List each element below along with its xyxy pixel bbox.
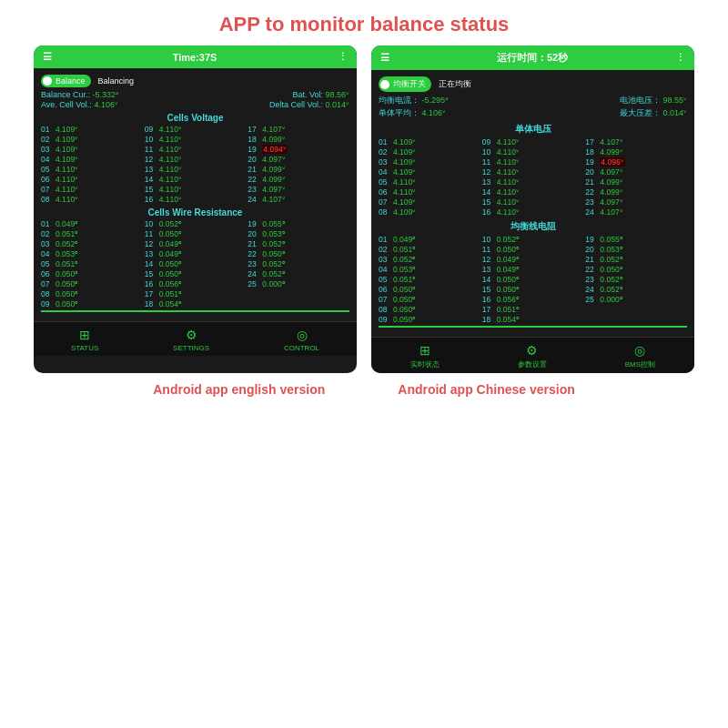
cell-voltage-row: 054.110ᵛ xyxy=(379,177,480,187)
resistance-row: 080.050ᵒ xyxy=(41,289,143,298)
cells-voltage-grid: 014.109ᵛ024.109ᵛ034.109ᵛ044.109ᵛ054.110ᵛ… xyxy=(379,137,687,217)
resistance-grid: 010.049ᵒ020.051ᵒ030.052ᵒ040.053ᵒ050.051ᵒ… xyxy=(41,219,349,308)
phones-container: ☰ Time:37S ⋮ Balance Balancing Balance C… xyxy=(0,46,728,373)
cell-voltage-row: 034.109ᵛ xyxy=(41,145,143,154)
stat-label-3: Delta Cell Vol.: 0.014ᵛ xyxy=(269,100,349,109)
cell-voltage-row: 094.110ᵛ xyxy=(145,125,247,134)
cell-voltage-row: 044.109ᵛ xyxy=(379,167,480,177)
resistance-row: 190.055ᵒ xyxy=(248,219,349,228)
resistance-title: 均衡线电阻 xyxy=(379,220,687,233)
menu-icon[interactable]: ☰ xyxy=(43,51,52,63)
resistance-row: 230.052ᵒ xyxy=(248,259,349,268)
cells-voltage-grid: 014.109ᵛ024.109ᵛ034.109ᵛ044.109ᵛ054.110ᵛ… xyxy=(41,125,349,204)
resistance-row: 030.052ᵒ xyxy=(379,255,480,264)
resistance-row: 250.000ᵒ xyxy=(248,279,349,288)
footer-item[interactable]: ◎CONTROL xyxy=(284,328,319,352)
footer-item[interactable]: ⊞STATUS xyxy=(71,328,98,352)
resistance-row: 200.053ᵒ xyxy=(248,229,349,238)
resistance-row: 200.053ᵒ xyxy=(585,245,687,254)
cell-voltage-row: 054.110ᵛ xyxy=(41,165,143,174)
footer-icon: ⚙ xyxy=(526,343,538,358)
resistance-row: 240.052ᵒ xyxy=(248,269,349,278)
cell-voltage-row: 164.110ᵛ xyxy=(145,195,247,204)
resistance-row: 130.049ᵒ xyxy=(145,249,247,258)
resistance-row: 070.050ᵒ xyxy=(41,279,143,288)
cell-voltage-row: 154.110ᵛ xyxy=(482,197,584,207)
cell-voltage-row: 124.110ᵛ xyxy=(145,155,247,164)
footer-icon: ◎ xyxy=(297,328,308,342)
dots-icon[interactable]: ⋮ xyxy=(675,52,685,64)
resistance-row: 150.050ᵒ xyxy=(145,269,247,278)
footer-item[interactable]: ⚙参数设置 xyxy=(518,343,547,369)
footer-label: BMS控制 xyxy=(625,359,655,369)
cell-voltage-row: 094.110ᵛ xyxy=(482,137,584,147)
toggle-row: Balance Balancing xyxy=(41,75,349,87)
cell-voltage-row: 234.097ᵛ xyxy=(585,197,687,207)
footer-item[interactable]: ⚙SETTINGS xyxy=(173,328,209,352)
resistance-row: 160.056ᵒ xyxy=(145,279,247,288)
resistance-row: 090.050ᵒ xyxy=(379,315,480,324)
resistance-row: 060.050ᵒ xyxy=(379,285,480,294)
resistance-row: 180.054ᵒ xyxy=(145,299,247,308)
balance-toggle[interactable]: Balance xyxy=(41,75,91,87)
resistance-row: 240.052ᵒ xyxy=(585,285,687,294)
resistance-row: 130.049ᵒ xyxy=(482,265,584,274)
footer-icon: ⚙ xyxy=(186,328,197,342)
footer-label: 实时状态 xyxy=(410,359,440,369)
stat-label-2: 单体平均： 4.106ᵛ xyxy=(379,107,446,119)
resistance-row: 050.051ᵒ xyxy=(379,275,480,284)
resistance-row: 140.050ᵒ xyxy=(482,275,584,284)
balance-toggle[interactable]: 均衡开关 xyxy=(379,76,431,92)
cell-voltage-row: 224.099ᵛ xyxy=(585,187,687,197)
resistance-row: 040.053ᵒ xyxy=(41,249,143,258)
cell-voltage-row: 244.107ᵛ xyxy=(585,207,687,217)
cell-voltage-row: 214.099ᵛ xyxy=(585,177,687,187)
cell-voltage-row: 144.110ᵛ xyxy=(482,187,584,197)
phone-footer: ⊞STATUS⚙SETTINGS◎CONTROL xyxy=(34,321,357,356)
stat-label-2: Ave. Cell Vol.: 4.106ᵛ xyxy=(41,100,118,109)
page-title: APP to monitor balance status xyxy=(0,0,728,46)
footer-label: CONTROL xyxy=(284,344,319,352)
resistance-row: 150.050ᵒ xyxy=(482,285,584,294)
stat-label-0: 均衡电流： -5.295ᵃ xyxy=(379,95,449,106)
cell-voltage-row: 014.109ᵛ xyxy=(379,137,480,147)
cell-voltage-row: 084.110ᵛ xyxy=(41,195,143,204)
cell-voltage-row: 044.109ᵛ xyxy=(41,155,143,164)
resistance-row: 050.051ᵒ xyxy=(41,259,143,268)
cell-voltage-row: 174.107ᵛ xyxy=(248,125,349,134)
cell-voltage-row: 224.099ᵛ xyxy=(248,175,349,184)
cell-voltage-row: 074.110ᵛ xyxy=(41,185,143,194)
resistance-row: 110.050ᵒ xyxy=(145,229,247,238)
footer-item[interactable]: ⊞实时状态 xyxy=(410,343,440,369)
cell-voltage-row: 124.110ᵛ xyxy=(482,167,584,177)
resistance-row: 030.052ᵒ xyxy=(41,239,143,248)
resistance-row: 040.053ᵒ xyxy=(379,265,480,274)
footer-label: STATUS xyxy=(71,344,98,352)
resistance-row: 210.052ᵒ xyxy=(585,255,687,264)
cell-voltage-row: 024.109ᵛ xyxy=(379,147,480,157)
resistance-row: 170.051ᵒ xyxy=(482,305,584,314)
cell-voltage-row: 184.099ᵛ xyxy=(248,135,349,144)
cell-voltage-row: 154.110ᵛ xyxy=(145,185,247,194)
cell-voltage-row: 104.110ᵛ xyxy=(482,147,584,157)
dots-icon[interactable]: ⋮ xyxy=(338,51,348,63)
stat-label-3: 最大压差： 0.014ᵛ xyxy=(620,107,687,119)
cell-voltage-row: 214.099ᵛ xyxy=(248,165,349,174)
footer-label: SETTINGS xyxy=(173,344,209,352)
cell-voltage-row: 074.109ᵛ xyxy=(379,197,480,207)
cell-voltage-row: 134.110ᵛ xyxy=(145,165,247,174)
footer-icon: ⊞ xyxy=(420,343,430,358)
balancing-status: Balancing xyxy=(98,76,135,86)
cells-voltage-title: 单体电压 xyxy=(379,123,687,136)
subtitles: Android app english version Android app … xyxy=(0,382,728,397)
menu-icon[interactable]: ☰ xyxy=(380,52,389,64)
stat-label-1: Bat. Vol: 98.56ᵛ xyxy=(292,90,349,99)
footer-item[interactable]: ◎BMS控制 xyxy=(625,343,655,369)
footer-label: 参数设置 xyxy=(518,359,547,369)
cell-voltage-row: 134.110ᵛ xyxy=(482,177,584,187)
cell-voltage-row: 184.099ᵛ xyxy=(585,147,687,157)
resistance-row: 160.056ᵒ xyxy=(482,295,584,304)
resistance-row: 220.050ᵒ xyxy=(585,265,687,274)
header-time: Time:37S xyxy=(173,52,217,63)
stat-label-1: 电池电压： 98.55ᵛ xyxy=(620,95,687,106)
